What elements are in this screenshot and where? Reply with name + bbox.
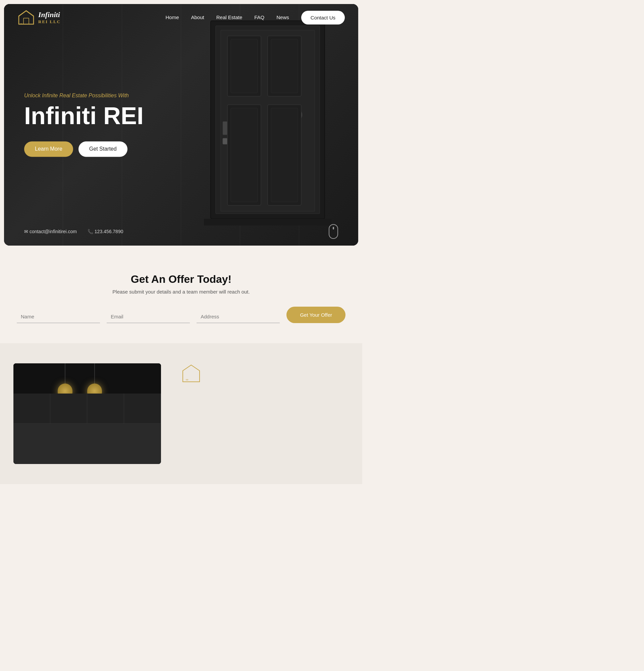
nav-home[interactable]: Home — [166, 14, 179, 20]
offer-section: Get An Offer Today! Please submit your d… — [0, 250, 362, 343]
name-input[interactable] — [17, 310, 100, 323]
cabinet-door-1 — [13, 394, 50, 424]
hero-section: ∞ Infiniti REI LLC Home About Real Estat… — [4, 4, 358, 245]
svg-rect-5 — [231, 39, 258, 93]
about-section: ∞ — [0, 343, 362, 484]
scroll-indicator — [329, 224, 338, 239]
email-info: ✉ contact@infinitirei.com — [24, 229, 77, 234]
brand-name: Infiniti — [38, 10, 61, 19]
cabinet-door-4 — [124, 394, 161, 424]
contact-button[interactable]: Contact Us — [301, 11, 345, 25]
scroll-dot — [333, 227, 334, 229]
about-logo: ∞ — [181, 363, 349, 385]
logo-icon: ∞ — [17, 9, 35, 26]
svg-rect-11 — [223, 138, 228, 144]
hero-content: Unlock Infinite Real Estate Possibilitie… — [24, 92, 144, 157]
address-input[interactable] — [196, 310, 280, 323]
cabinet-door-3 — [87, 394, 124, 424]
hero-contact-info: ✉ contact@infinitirei.com 📞 123.456.7890 — [24, 229, 123, 234]
door-illustration — [204, 17, 331, 226]
kitchen-counter — [13, 424, 161, 464]
nav-about[interactable]: About — [191, 14, 204, 20]
about-content: ∞ — [181, 363, 349, 389]
svg-rect-14 — [231, 108, 258, 202]
nav-faq[interactable]: FAQ — [254, 14, 264, 20]
email-input[interactable] — [107, 310, 190, 323]
hero-title: Infiniti REI — [24, 103, 144, 129]
brand-sub: REI LLC — [38, 19, 61, 25]
get-started-button[interactable]: Get Started — [78, 142, 127, 157]
cabinet-door-2 — [50, 394, 87, 424]
offer-subtitle: Please submit your details and a team me… — [13, 289, 349, 294]
pendant-light-1 — [58, 363, 73, 398]
offer-form: Get Your Offer — [17, 307, 346, 323]
email-address: contact@infinitirei.com — [29, 229, 77, 234]
svg-rect-10 — [223, 122, 228, 135]
hero-buttons: Learn More Get Started — [24, 142, 144, 157]
get-offer-button[interactable]: Get Your Offer — [286, 307, 346, 323]
phone-number: 123.456.7890 — [94, 229, 124, 234]
nav-news[interactable]: News — [276, 14, 289, 20]
svg-rect-15 — [271, 108, 298, 202]
about-image — [13, 363, 161, 464]
pendant-light-2 — [87, 363, 102, 398]
offer-title: Get An Offer Today! — [13, 273, 349, 286]
hero-footer: ✉ contact@infinitirei.com 📞 123.456.7890 — [4, 224, 358, 239]
phone-info: 📞 123.456.7890 — [88, 229, 124, 234]
phone-icon: 📞 — [88, 229, 94, 234]
kitchen-cabinets — [13, 394, 161, 424]
svg-rect-6 — [271, 39, 298, 93]
logo[interactable]: ∞ Infiniti REI LLC — [17, 9, 61, 26]
kitchen-scene — [13, 363, 161, 464]
svg-text:∞: ∞ — [20, 22, 22, 25]
navbar: ∞ Infiniti REI LLC Home About Real Estat… — [4, 4, 358, 31]
svg-marker-21 — [183, 365, 199, 382]
nav-real-estate[interactable]: Real Estate — [216, 14, 243, 20]
email-icon: ✉ — [24, 229, 29, 234]
svg-text:∞: ∞ — [186, 377, 189, 381]
logo-text: Infiniti REI LLC — [38, 10, 61, 25]
hero-subtitle: Unlock Infinite Real Estate Possibilitie… — [24, 92, 144, 99]
learn-more-button[interactable]: Learn More — [24, 142, 73, 157]
nav-links: Home About Real Estate FAQ News Contact … — [166, 11, 345, 25]
